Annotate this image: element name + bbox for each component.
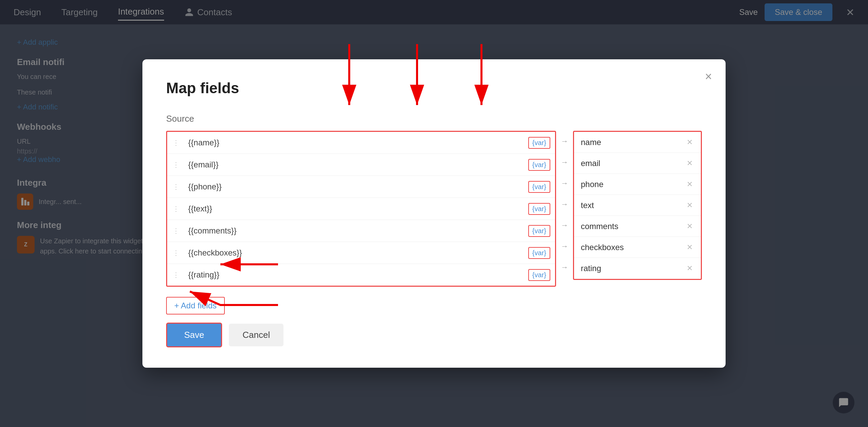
arrow-row: → <box>561 215 568 236</box>
dest-remove-checkboxes[interactable]: ✕ <box>685 242 694 253</box>
map-row: ⋮ {var} <box>167 242 555 264</box>
add-fields-button[interactable]: + Add fields <box>166 297 225 314</box>
var-badge-checkboxes[interactable]: {var} <box>528 247 550 259</box>
arrow-row: → <box>561 131 568 152</box>
source-input-phone[interactable] <box>185 176 524 198</box>
modal-cancel-button[interactable]: Cancel <box>229 324 283 346</box>
dest-text-phone: phone <box>581 180 685 189</box>
dest-text-comments: comments <box>581 222 685 231</box>
dest-remove-email[interactable]: ✕ <box>685 158 694 169</box>
source-input-text[interactable] <box>185 198 524 220</box>
modal-close-button[interactable]: × <box>705 69 712 84</box>
map-row: ⋮ {var} <box>167 198 555 220</box>
map-row: ⋮ {var} <box>167 264 555 286</box>
var-badge-phone[interactable]: {var} <box>528 181 550 193</box>
source-input-email[interactable] <box>185 154 524 176</box>
modal-actions: + Add fields Save Cancel <box>166 297 702 347</box>
dest-remove-phone[interactable]: ✕ <box>685 179 694 190</box>
drag-handle-icon[interactable]: ⋮ <box>167 139 185 147</box>
drag-handle-icon[interactable]: ⋮ <box>167 161 185 169</box>
var-badge-text[interactable]: {var} <box>528 203 550 215</box>
drag-handle-icon[interactable]: ⋮ <box>167 183 185 191</box>
map-fields-modal: × Map fields Source ⋮ {var} ⋮ {var} ⋮ {v… <box>142 59 726 368</box>
dest-remove-name[interactable]: ✕ <box>685 137 694 148</box>
dest-remove-text[interactable]: ✕ <box>685 200 694 211</box>
drag-handle-icon[interactable]: ⋮ <box>167 271 185 279</box>
var-badge-rating[interactable]: {var} <box>528 269 550 281</box>
dest-text-text: text <box>581 201 685 210</box>
source-label: Source <box>166 114 702 124</box>
dest-text-rating: rating <box>581 264 685 273</box>
dest-remove-comments[interactable]: ✕ <box>685 221 694 232</box>
dest-text-checkboxes: checkboxes <box>581 243 685 252</box>
dest-text-email: email <box>581 159 685 168</box>
dest-text-name: name <box>581 138 685 147</box>
map-fields-table: ⋮ {var} ⋮ {var} ⋮ {var} ⋮ {var} <box>166 131 702 287</box>
var-badge-comments[interactable]: {var} <box>528 225 550 237</box>
source-fields-column: ⋮ {var} ⋮ {var} ⋮ {var} ⋮ {var} <box>166 131 556 287</box>
dest-row-text: text ✕ <box>574 195 701 216</box>
dest-row-comments: comments ✕ <box>574 216 701 237</box>
map-row: ⋮ {var} <box>167 154 555 176</box>
arrow-row: → <box>561 173 568 194</box>
drag-handle-icon[interactable]: ⋮ <box>167 227 185 235</box>
source-input-comments[interactable] <box>185 220 524 242</box>
source-input-rating[interactable] <box>185 264 524 286</box>
dest-row-checkboxes: checkboxes ✕ <box>574 237 701 258</box>
map-row: ⋮ {var} <box>167 176 555 198</box>
dest-row-rating: rating ✕ <box>574 258 701 279</box>
dest-row-email: email ✕ <box>574 153 701 174</box>
arrow-row: → <box>561 236 568 257</box>
dest-row-phone: phone ✕ <box>574 174 701 195</box>
map-row: ⋮ {var} <box>167 132 555 154</box>
dest-remove-rating[interactable]: ✕ <box>685 263 694 274</box>
map-row: ⋮ {var} <box>167 220 555 242</box>
drag-handle-icon[interactable]: ⋮ <box>167 249 185 257</box>
dest-row-name: name ✕ <box>574 132 701 153</box>
var-badge-name[interactable]: {var} <box>528 137 550 149</box>
arrow-row: → <box>561 257 568 278</box>
modal-save-button[interactable]: Save <box>166 323 222 347</box>
dest-fields-column: name ✕ email ✕ phone ✕ text ✕ comments ✕… <box>573 131 702 280</box>
modal-button-row: Save Cancel <box>166 323 702 347</box>
var-badge-email[interactable]: {var} <box>528 159 550 171</box>
modal-title: Map fields <box>166 80 702 97</box>
drag-handle-icon[interactable]: ⋮ <box>167 205 185 213</box>
source-input-checkboxes[interactable] <box>185 242 524 264</box>
arrow-row: → <box>561 152 568 173</box>
arrow-column: → → → → → → → <box>556 131 573 278</box>
source-input-name[interactable] <box>185 132 524 154</box>
arrow-row: → <box>561 194 568 215</box>
